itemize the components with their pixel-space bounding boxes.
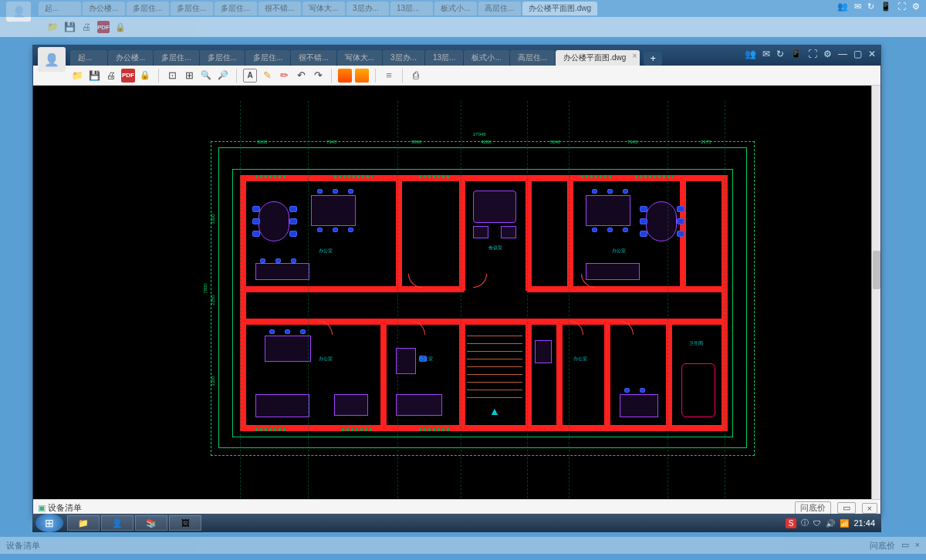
msg-icon[interactable]: ✉ (762, 49, 770, 59)
tab-add-button[interactable]: + (644, 52, 662, 66)
start-button[interactable] (35, 514, 63, 532)
chair (333, 228, 338, 232)
status-box-button[interactable]: ▭ (837, 502, 856, 514)
tab[interactable]: 3层办... (383, 50, 424, 66)
print-icon[interactable] (80, 21, 93, 33)
save-icon[interactable] (63, 21, 76, 33)
undo-icon[interactable] (294, 69, 308, 83)
open-icon[interactable] (70, 69, 84, 83)
users-icon[interactable]: 👥 (837, 2, 848, 12)
tab-active[interactable]: 办公楼平面图.dwg (556, 50, 640, 66)
tab[interactable]: 写体大... (337, 50, 382, 66)
task-button[interactable]: 📁 (67, 515, 100, 531)
workstation-cluster (586, 195, 630, 226)
outer-tab[interactable]: 多层住... (127, 2, 169, 15)
layers-icon[interactable] (338, 69, 352, 83)
mobile-icon[interactable]: 📱 (880, 2, 891, 12)
mobile-icon[interactable]: 📱 (790, 49, 802, 59)
expand-icon[interactable]: ⛶ (897, 2, 906, 12)
ask-price-button[interactable]: 问底价 (795, 501, 831, 514)
refresh-icon[interactable]: ↻ (867, 2, 874, 12)
dim-left-total: 7800 (203, 283, 208, 293)
refresh-icon[interactable]: ↻ (776, 49, 784, 59)
outer-tab[interactable]: 起... (39, 2, 81, 15)
pdf-icon[interactable]: PDF (121, 69, 135, 83)
tab[interactable]: 多层住... (200, 50, 245, 66)
desk-row (255, 263, 309, 280)
save-icon[interactable] (87, 69, 101, 83)
wall (556, 319, 563, 431)
network-icon[interactable]: 📶 (840, 519, 849, 528)
task-button[interactable]: 📚 (135, 515, 167, 531)
outer-tab[interactable]: 高层住... (478, 2, 521, 15)
status-close-button[interactable]: × (862, 503, 877, 514)
lock-icon[interactable] (138, 69, 152, 83)
pdf-icon[interactable]: PDF (97, 21, 110, 33)
chair (677, 206, 684, 212)
stair-arrow-icon: ▲ (489, 405, 500, 417)
zoom-all-icon[interactable] (182, 69, 196, 83)
outer-tab[interactable]: 多层住... (215, 2, 257, 15)
tab[interactable]: 板式小... (464, 50, 509, 66)
chair (275, 258, 281, 263)
outer-tab[interactable]: 13层... (390, 2, 433, 15)
tab[interactable]: 很不错... (291, 50, 336, 66)
task-button[interactable]: 👤 (101, 515, 133, 531)
minimize-button[interactable]: — (838, 49, 847, 59)
armchair (501, 226, 516, 238)
chair (623, 189, 628, 194)
room-label: 办公室 (419, 356, 433, 363)
outer-tab[interactable]: 多层住... (171, 2, 213, 15)
inner-tabs: 起... 办公楼... 多层住... 多层住... 多层住... 很不错... … (33, 46, 880, 66)
chair (317, 228, 323, 232)
tab[interactable]: 办公楼... (108, 50, 153, 66)
print-icon[interactable] (104, 69, 118, 83)
workstation-cluster (265, 336, 311, 362)
tray-icon[interactable]: 🛡 (813, 519, 821, 528)
close-button[interactable]: ✕ (868, 49, 876, 59)
tab[interactable]: 13层... (425, 50, 463, 66)
tab[interactable]: 起... (70, 50, 107, 66)
tray-icon[interactable]: ⓘ (801, 518, 809, 528)
restroom-fixture (681, 363, 715, 417)
tab[interactable]: 多层住... (245, 50, 290, 66)
zoom-out-icon[interactable] (216, 69, 230, 83)
lock-icon[interactable] (114, 21, 127, 33)
dim-label: 3600 (257, 140, 267, 144)
gear-icon[interactable]: ⚙ (912, 2, 920, 12)
tab[interactable]: 多层住... (154, 50, 198, 66)
maximize-button[interactable]: ▢ (853, 49, 862, 59)
measure-icon[interactable] (355, 69, 369, 83)
marker-tool-icon[interactable] (277, 69, 291, 83)
text-tool-icon[interactable]: A (243, 69, 257, 83)
redo-icon[interactable] (311, 69, 325, 83)
zoom-in-icon[interactable] (199, 69, 213, 83)
outer-tab[interactable]: 板式小... (434, 2, 477, 15)
open-icon[interactable] (46, 21, 59, 33)
ime-indicator[interactable]: S (786, 518, 797, 528)
status-left[interactable]: 设备清单 (33, 502, 82, 514)
outer-tab[interactable]: 写体大... (302, 2, 345, 15)
outer-tab[interactable]: 3层办... (346, 2, 389, 15)
outer-tab[interactable]: 很不错... (259, 2, 301, 15)
users-icon[interactable]: 👥 (745, 49, 756, 59)
drawing-canvas[interactable]: 27048 3600 7945 5890 4200 5640 7945 2975… (33, 86, 871, 499)
tab[interactable]: 高层住... (510, 50, 555, 66)
vertical-scrollbar[interactable] (871, 86, 880, 499)
stack-icon[interactable] (382, 69, 396, 83)
task-button[interactable]: 🖼 (169, 515, 201, 531)
outer-status-right: 问底价 (870, 540, 895, 552)
outer-tab-active[interactable]: 办公楼平面图.dwg (522, 2, 597, 15)
msg-icon[interactable]: ✉ (854, 2, 861, 12)
clock[interactable]: 21:44 (853, 518, 875, 528)
expand-icon[interactable]: ⛶ (808, 49, 817, 59)
outer-tab[interactable]: 办公楼... (83, 2, 125, 15)
pen-tool-icon[interactable] (260, 69, 274, 83)
outer-status-close: × (915, 540, 920, 552)
dim-label: 3300 (211, 214, 215, 224)
zoom-window-icon[interactable] (165, 69, 179, 83)
tray-icon[interactable]: 🔊 (826, 519, 835, 528)
gear-icon[interactable]: ⚙ (823, 49, 832, 59)
export-icon[interactable] (409, 69, 423, 83)
chair (677, 231, 684, 237)
